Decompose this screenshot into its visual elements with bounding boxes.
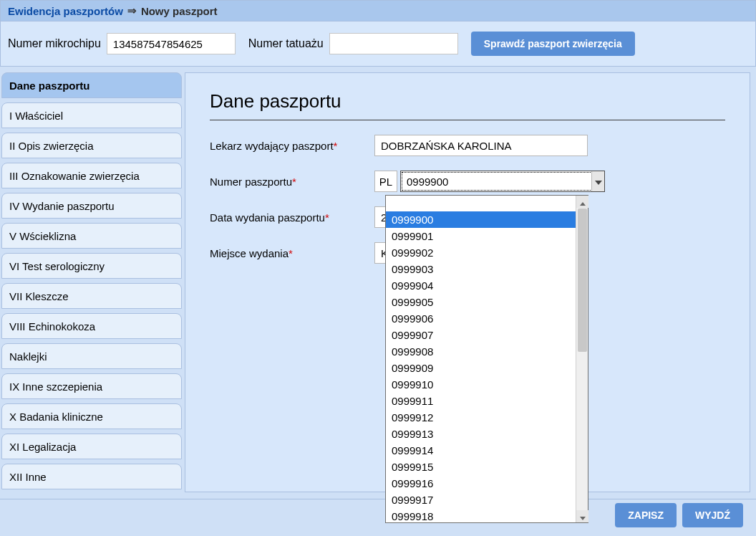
sidebar-item[interactable]: XII Inne bbox=[1, 464, 182, 489]
sidebar: Dane paszportuI WłaścicielII Opis zwierz… bbox=[0, 67, 185, 536]
required-marker: * bbox=[325, 211, 329, 224]
breadcrumb-sep: ⇒ bbox=[127, 4, 137, 17]
save-button[interactable]: ZAPISZ bbox=[615, 503, 677, 527]
microchip-label: Numer mikrochipu bbox=[8, 37, 101, 50]
microchip-input[interactable] bbox=[107, 33, 236, 54]
dropdown-option[interactable]: 0999909 bbox=[386, 360, 576, 376]
dropdown-option[interactable]: 0999917 bbox=[386, 492, 576, 508]
dropdown-option[interactable]: 0999901 bbox=[386, 228, 576, 244]
dropdown-option[interactable]: 0999915 bbox=[386, 459, 576, 475]
vet-input[interactable] bbox=[374, 135, 588, 156]
dropdown-option[interactable]: 0999916 bbox=[386, 475, 576, 492]
dropdown-option[interactable]: 0999903 bbox=[386, 261, 576, 277]
chevron-down-icon bbox=[580, 511, 586, 522]
dropdown-option[interactable]: 0999910 bbox=[386, 376, 576, 393]
breadcrumb: Ewidencja paszportów ⇒ Nowy paszport bbox=[0, 0, 756, 21]
tattoo-input[interactable] bbox=[329, 33, 458, 54]
required-marker: * bbox=[292, 176, 296, 188]
scroll-down-button[interactable] bbox=[576, 510, 588, 522]
place-label: Miejsce wydania bbox=[210, 247, 289, 259]
passport-number-dropdown-list: 0999900099990109999020999903099990409999… bbox=[385, 195, 588, 523]
dropdown-option[interactable]: 0999908 bbox=[386, 343, 576, 360]
search-bar: Numer mikrochipu Numer tatuażu Sprawdź p… bbox=[0, 21, 756, 67]
sidebar-item[interactable]: I Właściciel bbox=[1, 102, 182, 128]
sidebar-item[interactable]: X Badania kliniczne bbox=[1, 403, 182, 429]
date-label: Data wydania paszportu bbox=[210, 211, 325, 224]
dropdown-option[interactable]: 0999900 bbox=[386, 211, 576, 228]
sidebar-item[interactable]: V Wścieklizna bbox=[1, 223, 182, 249]
scroll-up-button[interactable] bbox=[576, 196, 588, 208]
scroll-thumb[interactable] bbox=[578, 209, 587, 352]
sidebar-item[interactable]: II Opis zwierzęcia bbox=[1, 133, 182, 158]
panel-title: Dane paszportu bbox=[210, 90, 725, 120]
dropdown-option[interactable]: 0999914 bbox=[386, 442, 576, 459]
sidebar-item[interactable]: VII Kleszcze bbox=[1, 283, 182, 309]
breadcrumb-root-link[interactable]: Ewidencja paszportów bbox=[8, 5, 123, 17]
tattoo-label: Numer tatuażu bbox=[248, 37, 324, 50]
passport-number-dropdown-button[interactable] bbox=[591, 171, 604, 191]
passport-prefix: PL bbox=[374, 171, 397, 192]
passport-number-combobox[interactable] bbox=[400, 171, 605, 192]
chevron-up-icon bbox=[580, 196, 586, 208]
dropdown-scrollbar[interactable] bbox=[576, 196, 588, 522]
dropdown-option[interactable]: 0999905 bbox=[386, 294, 576, 310]
chevron-down-icon bbox=[595, 176, 602, 187]
dropdown-option[interactable]: 0999904 bbox=[386, 277, 576, 294]
dropdown-option[interactable]: 0999918 bbox=[386, 508, 576, 522]
dropdown-option[interactable]: 0999902 bbox=[386, 244, 576, 261]
sidebar-item[interactable]: XI Legalizacja bbox=[1, 434, 182, 459]
dropdown-option[interactable]: 0999907 bbox=[386, 327, 576, 343]
sidebar-item[interactable]: VIII Echinokokoza bbox=[1, 313, 182, 339]
number-label: Numer paszportu bbox=[210, 176, 292, 188]
required-marker: * bbox=[289, 247, 293, 259]
sidebar-item[interactable]: Naklejki bbox=[1, 343, 182, 369]
sidebar-item[interactable]: IV Wydanie paszportu bbox=[1, 193, 182, 219]
dropdown-option[interactable]: 0999912 bbox=[386, 409, 576, 426]
dropdown-option[interactable]: 0999906 bbox=[386, 310, 576, 327]
sidebar-item[interactable]: VI Test serologiczny bbox=[1, 253, 182, 279]
dropdown-option[interactable]: 0999913 bbox=[386, 426, 576, 442]
sidebar-item[interactable]: III Oznakowanie zwierzęcia bbox=[1, 163, 182, 188]
footer: ZAPISZ WYJDŹ bbox=[0, 499, 756, 530]
breadcrumb-current: Nowy paszport bbox=[141, 5, 218, 17]
exit-button[interactable]: WYJDŹ bbox=[682, 503, 743, 527]
check-passport-button[interactable]: Sprawdź paszport zwierzęcia bbox=[471, 32, 635, 56]
sidebar-item[interactable]: IX Inne szczepienia bbox=[1, 373, 182, 399]
sidebar-item[interactable]: Dane paszportu bbox=[1, 72, 182, 98]
required-marker: * bbox=[334, 140, 338, 152]
vet-label: Lekarz wydający paszport bbox=[210, 140, 334, 152]
dropdown-option[interactable]: 0999911 bbox=[386, 393, 576, 409]
